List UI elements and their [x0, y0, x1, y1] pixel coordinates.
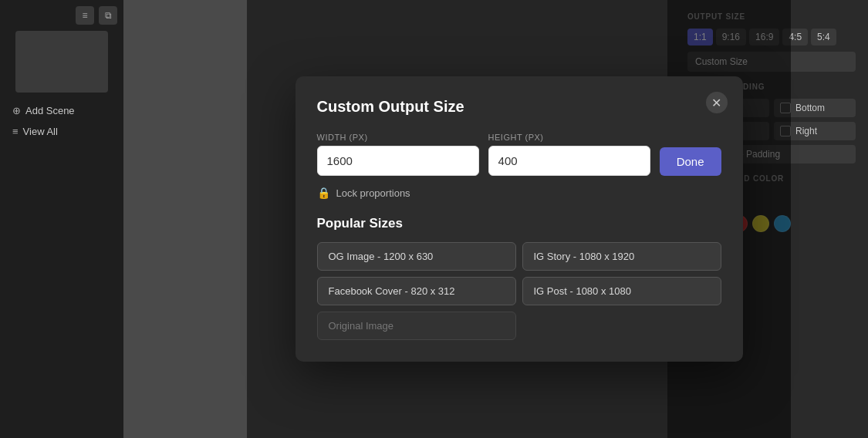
canvas-area: ✕ Custom Output Size WIDTH (px) HEIGHT (… — [123, 0, 667, 438]
padding-bottom-label: Bottom — [795, 103, 825, 113]
add-scene-button[interactable]: ⊕ Add Scene — [6, 102, 117, 120]
height-input[interactable] — [488, 146, 650, 176]
popular-size-ig-post[interactable]: IG Post - 1080 x 1080 — [522, 277, 721, 305]
popular-size-ig-story[interactable]: IG Story - 1080 x 1920 — [522, 242, 721, 271]
popular-sizes-title: Popular Sizes — [317, 216, 721, 231]
width-input-group: WIDTH (px) — [317, 133, 479, 176]
modal-inputs-row: WIDTH (px) HEIGHT (px) Done — [317, 133, 721, 176]
popular-size-facebook-cover[interactable]: Facebook Cover - 820 x 312 — [317, 277, 516, 305]
view-all-button[interactable]: ≡ View All — [6, 123, 117, 140]
modal-overlay: ✕ Custom Output Size WIDTH (px) HEIGHT (… — [247, 0, 791, 438]
width-input[interactable] — [317, 146, 479, 176]
modal-close-button[interactable]: ✕ — [706, 92, 728, 113]
size-btn-5-4[interactable]: 5:4 — [811, 29, 836, 45]
sidebar: ≡ ⧉ ⊕ Add Scene ≡ View All — [0, 0, 123, 438]
lock-icon: 🔒 — [317, 187, 330, 199]
height-input-group: HEIGHT (px) — [488, 133, 650, 176]
sidebar-toolbar: ≡ ⧉ — [6, 6, 117, 25]
lock-proportions-label: Lock proportions — [336, 187, 410, 199]
plus-icon: ⊕ — [12, 105, 21, 116]
lock-proportions-row[interactable]: 🔒 Lock proportions — [317, 187, 721, 199]
scene-thumbnail — [15, 31, 108, 93]
modal-title: Custom Output Size — [317, 98, 721, 116]
sidebar-icon-list[interactable]: ≡ — [76, 6, 94, 25]
custom-output-size-modal: ✕ Custom Output Size WIDTH (px) HEIGHT (… — [296, 76, 743, 362]
popular-size-original-image[interactable]: Original Image — [317, 312, 516, 340]
width-label: WIDTH (px) — [317, 133, 479, 142]
view-all-label: View All — [23, 126, 58, 137]
list-icon: ≡ — [12, 126, 19, 137]
padding-right-label: Right — [795, 126, 817, 136]
sidebar-icon-copy[interactable]: ⧉ — [99, 6, 117, 25]
popular-sizes-grid: OG Image - 1200 x 630 IG Story - 1080 x … — [317, 242, 721, 340]
done-button[interactable]: Done — [660, 147, 721, 176]
height-label: HEIGHT (px) — [488, 133, 650, 142]
add-scene-label: Add Scene — [25, 105, 75, 116]
popular-size-og-image[interactable]: OG Image - 1200 x 630 — [317, 242, 516, 271]
